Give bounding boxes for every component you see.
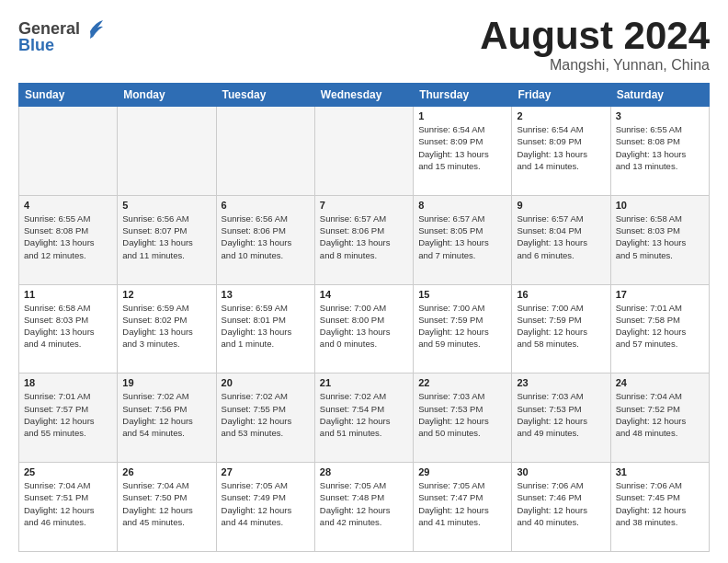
day-number: 15	[418, 289, 506, 300]
calendar-cell: 19Sunrise: 7:02 AM Sunset: 7:56 PM Dayli…	[118, 373, 216, 463]
day-info: Sunrise: 6:56 AM Sunset: 8:06 PM Dayligh…	[222, 213, 310, 261]
day-number: 10	[616, 200, 704, 211]
calendar-cell: 6Sunrise: 6:56 AM Sunset: 8:06 PM Daylig…	[216, 195, 314, 284]
day-info: Sunrise: 7:03 AM Sunset: 7:53 PM Dayligh…	[517, 390, 605, 439]
calendar-cell: 11Sunrise: 6:58 AM Sunset: 8:03 PM Dayli…	[19, 284, 118, 373]
day-number: 12	[122, 289, 210, 300]
day-number: 9	[517, 200, 605, 211]
day-number: 5	[122, 200, 210, 211]
day-info: Sunrise: 6:54 AM Sunset: 8:09 PM Dayligh…	[418, 123, 506, 172]
day-info: Sunrise: 6:58 AM Sunset: 8:03 PM Dayligh…	[616, 213, 704, 261]
day-info: Sunrise: 7:04 AM Sunset: 7:51 PM Dayligh…	[24, 479, 112, 528]
day-number: 20	[222, 377, 310, 388]
calendar-week-row: 18Sunrise: 7:01 AM Sunset: 7:57 PM Dayli…	[19, 373, 710, 463]
calendar-cell: 25Sunrise: 7:04 AM Sunset: 7:51 PM Dayli…	[19, 463, 118, 552]
calendar-table: SundayMondayTuesdayWednesdayThursdayFrid…	[18, 83, 710, 552]
day-of-week-header: Monday	[118, 84, 216, 107]
location-subtitle: Mangshi, Yunnan, China	[480, 57, 710, 74]
calendar-cell	[216, 107, 314, 196]
day-number: 4	[24, 200, 112, 211]
logo-bird-icon	[83, 18, 103, 39]
day-number: 6	[222, 200, 310, 211]
day-of-week-header: Thursday	[414, 84, 512, 107]
calendar-cell: 17Sunrise: 7:01 AM Sunset: 7:58 PM Dayli…	[610, 284, 709, 373]
calendar-cell: 13Sunrise: 6:59 AM Sunset: 8:01 PM Dayli…	[216, 284, 314, 373]
calendar-cell: 20Sunrise: 7:02 AM Sunset: 7:55 PM Dayli…	[216, 373, 314, 463]
calendar-cell: 7Sunrise: 6:57 AM Sunset: 8:06 PM Daylig…	[314, 195, 413, 284]
day-number: 31	[616, 466, 704, 477]
calendar-cell: 8Sunrise: 6:57 AM Sunset: 8:05 PM Daylig…	[414, 195, 512, 284]
calendar-cell: 31Sunrise: 7:06 AM Sunset: 7:45 PM Dayli…	[610, 463, 709, 552]
calendar-cell: 28Sunrise: 7:05 AM Sunset: 7:48 PM Dayli…	[314, 463, 413, 552]
day-info: Sunrise: 7:00 AM Sunset: 8:00 PM Dayligh…	[320, 302, 408, 350]
day-number: 21	[320, 377, 408, 388]
day-number: 24	[616, 377, 704, 388]
day-number: 26	[122, 466, 210, 477]
calendar-cell: 18Sunrise: 7:01 AM Sunset: 7:57 PM Dayli…	[19, 373, 118, 463]
day-info: Sunrise: 6:56 AM Sunset: 8:07 PM Dayligh…	[122, 213, 210, 261]
day-number: 14	[320, 289, 408, 300]
day-number: 1	[418, 110, 506, 121]
calendar: SundayMondayTuesdayWednesdayThursdayFrid…	[18, 83, 710, 552]
calendar-cell	[19, 107, 118, 196]
calendar-cell: 24Sunrise: 7:04 AM Sunset: 7:52 PM Dayli…	[610, 373, 709, 463]
header: General Blue August 2024 Mangshi, Yunnan…	[18, 17, 710, 74]
day-number: 8	[418, 200, 506, 211]
day-info: Sunrise: 7:02 AM Sunset: 7:55 PM Dayligh…	[222, 390, 310, 439]
calendar-cell: 27Sunrise: 7:05 AM Sunset: 7:49 PM Dayli…	[216, 463, 314, 552]
day-number: 3	[616, 110, 704, 121]
day-info: Sunrise: 6:55 AM Sunset: 8:08 PM Dayligh…	[24, 213, 112, 261]
calendar-cell: 29Sunrise: 7:05 AM Sunset: 7:47 PM Dayli…	[414, 463, 512, 552]
calendar-cell: 12Sunrise: 6:59 AM Sunset: 8:02 PM Dayli…	[118, 284, 216, 373]
day-number: 7	[320, 200, 408, 211]
calendar-cell: 22Sunrise: 7:03 AM Sunset: 7:53 PM Dayli…	[414, 373, 512, 463]
day-number: 23	[517, 377, 605, 388]
calendar-week-row: 1Sunrise: 6:54 AM Sunset: 8:09 PM Daylig…	[19, 107, 710, 196]
day-info: Sunrise: 7:04 AM Sunset: 7:52 PM Dayligh…	[616, 390, 704, 439]
day-number: 22	[418, 377, 506, 388]
calendar-week-row: 4Sunrise: 6:55 AM Sunset: 8:08 PM Daylig…	[19, 195, 710, 284]
day-number: 18	[24, 377, 112, 388]
day-number: 13	[222, 289, 310, 300]
day-number: 16	[517, 289, 605, 300]
day-info: Sunrise: 6:59 AM Sunset: 8:02 PM Dayligh…	[122, 302, 210, 350]
day-info: Sunrise: 6:59 AM Sunset: 8:01 PM Dayligh…	[222, 302, 310, 350]
page: General Blue August 2024 Mangshi, Yunnan…	[0, 0, 728, 563]
day-info: Sunrise: 6:58 AM Sunset: 8:03 PM Dayligh…	[24, 302, 112, 350]
day-info: Sunrise: 7:01 AM Sunset: 7:57 PM Dayligh…	[24, 390, 112, 439]
calendar-cell: 30Sunrise: 7:06 AM Sunset: 7:46 PM Dayli…	[512, 463, 610, 552]
day-info: Sunrise: 7:04 AM Sunset: 7:50 PM Dayligh…	[122, 479, 210, 528]
logo-blue-text: Blue	[18, 37, 54, 55]
day-info: Sunrise: 6:57 AM Sunset: 8:04 PM Dayligh…	[517, 213, 605, 261]
day-info: Sunrise: 6:57 AM Sunset: 8:05 PM Dayligh…	[418, 213, 506, 261]
day-info: Sunrise: 7:00 AM Sunset: 7:59 PM Dayligh…	[418, 302, 506, 350]
header-row: SundayMondayTuesdayWednesdayThursdayFrid…	[19, 84, 710, 107]
day-of-week-header: Saturday	[610, 84, 709, 107]
calendar-cell: 4Sunrise: 6:55 AM Sunset: 8:08 PM Daylig…	[19, 195, 118, 284]
day-number: 17	[616, 289, 704, 300]
day-number: 11	[24, 289, 112, 300]
day-of-week-header: Wednesday	[314, 84, 413, 107]
calendar-week-row: 25Sunrise: 7:04 AM Sunset: 7:51 PM Dayli…	[19, 463, 710, 552]
calendar-cell: 14Sunrise: 7:00 AM Sunset: 8:00 PM Dayli…	[314, 284, 413, 373]
calendar-cell: 21Sunrise: 7:02 AM Sunset: 7:54 PM Dayli…	[314, 373, 413, 463]
calendar-cell: 5Sunrise: 6:56 AM Sunset: 8:07 PM Daylig…	[118, 195, 216, 284]
day-info: Sunrise: 6:54 AM Sunset: 8:09 PM Dayligh…	[517, 123, 605, 172]
calendar-cell: 23Sunrise: 7:03 AM Sunset: 7:53 PM Dayli…	[512, 373, 610, 463]
day-info: Sunrise: 7:05 AM Sunset: 7:47 PM Dayligh…	[418, 479, 506, 528]
calendar-cell: 16Sunrise: 7:00 AM Sunset: 7:59 PM Dayli…	[512, 284, 610, 373]
day-number: 29	[418, 466, 506, 477]
day-number: 25	[24, 466, 112, 477]
day-info: Sunrise: 7:05 AM Sunset: 7:48 PM Dayligh…	[320, 479, 408, 528]
day-info: Sunrise: 6:57 AM Sunset: 8:06 PM Dayligh…	[320, 213, 408, 261]
day-info: Sunrise: 7:06 AM Sunset: 7:46 PM Dayligh…	[517, 479, 605, 528]
calendar-cell: 3Sunrise: 6:55 AM Sunset: 8:08 PM Daylig…	[610, 107, 709, 196]
day-info: Sunrise: 7:06 AM Sunset: 7:45 PM Dayligh…	[616, 479, 704, 528]
day-number: 19	[122, 377, 210, 388]
day-info: Sunrise: 7:02 AM Sunset: 7:56 PM Dayligh…	[122, 390, 210, 439]
day-info: Sunrise: 7:02 AM Sunset: 7:54 PM Dayligh…	[320, 390, 408, 439]
day-of-week-header: Tuesday	[216, 84, 314, 107]
logo: General Blue	[18, 20, 103, 55]
day-number: 27	[222, 466, 310, 477]
day-info: Sunrise: 6:55 AM Sunset: 8:08 PM Dayligh…	[616, 123, 704, 172]
